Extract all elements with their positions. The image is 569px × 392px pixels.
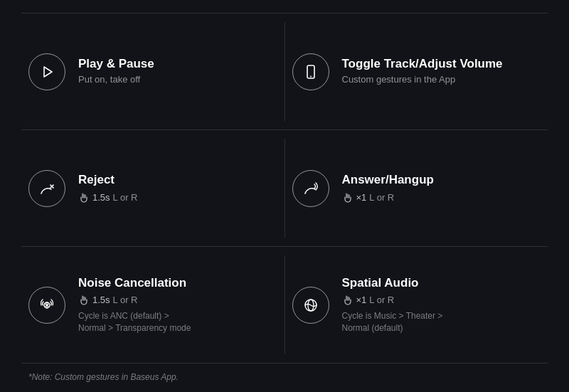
noise-location: L or R — [113, 295, 138, 305]
toggle-track-content: Toggle Track/Adjust Volume Custom gestur… — [342, 57, 503, 86]
note-section: *Note: Custom gestures in Baseus App. — [21, 364, 548, 392]
play-pause-subtitle: Put on, take off — [78, 74, 154, 86]
phone-screen-icon — [302, 63, 319, 80]
reject-icon-circle — [28, 170, 65, 207]
reject-content: Reject 1.5s L or R — [78, 173, 138, 203]
cell-reject: Reject 1.5s L or R — [21, 130, 284, 246]
hand-icon-3 — [78, 295, 90, 306]
noise-cancellation-icon-circle — [28, 287, 65, 324]
answer-location: L or R — [369, 192, 394, 203]
row-3: Noise Cancellation 1.5s L or R Cycle is … — [21, 247, 548, 363]
noise-icon — [38, 296, 56, 314]
spatial-gesture-icon — [342, 295, 353, 306]
spatial-icon — [302, 296, 320, 314]
toggle-track-icon-circle — [292, 53, 329, 90]
answer-icon — [302, 179, 320, 198]
play-pause-title: Play & Pause — [78, 57, 154, 71]
play-icon — [38, 63, 55, 80]
play-pause-icon-circle — [28, 53, 65, 90]
answer-gesture-icon — [342, 192, 353, 203]
svg-marker-0 — [44, 67, 52, 77]
main-container: Play & Pause Put on, take off Toggle Tra… — [0, 0, 569, 392]
answer-hangup-icon-circle — [292, 170, 329, 207]
note-text: *Note: Custom gestures in Baseus App. — [28, 372, 541, 382]
row-1: Play & Pause Put on, take off Toggle Tra… — [21, 14, 548, 129]
answer-gesture-row: ×1 L or R — [342, 192, 434, 203]
answer-gesture-count: ×1 — [356, 192, 367, 203]
reject-location: L or R — [113, 192, 138, 203]
cell-spatial-audio: Spatial Audio ×1 L or R Cycle is Music >… — [285, 247, 548, 363]
noise-cancellation-content: Noise Cancellation 1.5s L or R Cycle is … — [78, 276, 191, 334]
cell-toggle-track: Toggle Track/Adjust Volume Custom gestur… — [285, 14, 548, 129]
reject-gesture-row: 1.5s L or R — [78, 192, 138, 203]
noise-gesture-row: 1.5s L or R — [78, 295, 191, 306]
spatial-gesture-row: ×1 L or R — [342, 295, 443, 306]
answer-hangup-title: Answer/Hangup — [342, 173, 434, 187]
noise-gesture-icon — [78, 295, 90, 306]
spatial-cycle-text: Cycle is Music > Theater >Normal (defaul… — [342, 310, 443, 334]
toggle-track-subtitle: Custom gestures in the App — [342, 74, 503, 86]
cell-noise-cancellation: Noise Cancellation 1.5s L or R Cycle is … — [21, 247, 284, 363]
cell-play-pause: Play & Pause Put on, take off — [21, 14, 284, 129]
noise-cancellation-title: Noise Cancellation — [78, 276, 191, 290]
reject-gesture-time: 1.5s — [92, 192, 110, 203]
hand-icon — [78, 192, 90, 203]
cell-answer-hangup: Answer/Hangup ×1 L or R — [285, 130, 548, 246]
hand-icon-4 — [342, 295, 353, 306]
reject-title: Reject — [78, 173, 138, 187]
spatial-gesture-count: ×1 — [356, 295, 367, 305]
reject-icon — [38, 179, 56, 198]
toggle-track-title: Toggle Track/Adjust Volume — [342, 57, 503, 71]
hand-icon-2 — [342, 192, 353, 203]
answer-hangup-content: Answer/Hangup ×1 L or R — [342, 173, 434, 203]
reject-gesture-icon — [78, 192, 90, 203]
play-pause-content: Play & Pause Put on, take off — [78, 57, 154, 86]
spatial-audio-icon-circle — [292, 287, 329, 324]
spatial-location: L or R — [369, 295, 394, 305]
svg-point-2 — [310, 75, 312, 77]
spatial-audio-title: Spatial Audio — [342, 276, 443, 290]
row-2: Reject 1.5s L or R — [21, 130, 548, 246]
noise-gesture-time: 1.5s — [92, 295, 110, 305]
noise-cycle-text: Cycle is ANC (default) >Normal > Transpa… — [78, 310, 191, 334]
spatial-audio-content: Spatial Audio ×1 L or R Cycle is Music >… — [342, 276, 443, 334]
